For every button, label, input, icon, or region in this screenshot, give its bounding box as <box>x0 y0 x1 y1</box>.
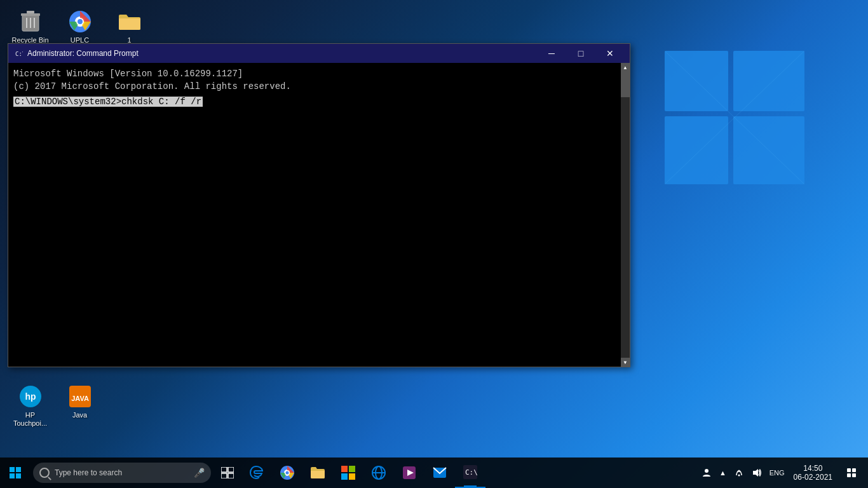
cmd-line-2: (c) 2017 Microsoft Corporation. All righ… <box>13 81 625 93</box>
search-box[interactable]: Type here to search 🎤 <box>33 463 211 483</box>
cmd-line-1: Microsoft Windows [Version 10.0.16299.11… <box>13 68 625 81</box>
svg-point-33 <box>286 471 289 475</box>
task-view-button[interactable] <box>214 458 241 488</box>
notification-center-button[interactable] <box>837 458 865 488</box>
desktop-icon-recycle-bin[interactable]: Recycle Bin <box>6 6 54 47</box>
taskbar-app-store[interactable] <box>333 458 363 488</box>
hp-icon: hp <box>18 384 43 409</box>
desktop-icon-hp[interactable]: hp HP Touchpoi... <box>6 381 54 430</box>
desktop-icon-java[interactable]: JAVA Java <box>56 381 104 422</box>
taskbar-app-edge[interactable] <box>241 458 272 488</box>
taskbar-app-mail[interactable] <box>424 458 455 488</box>
svg-text:hp: hp <box>25 391 36 402</box>
taskbar: Type here to search 🎤 <box>0 458 868 488</box>
taskbar-app-chrome[interactable] <box>272 458 302 488</box>
svg-rect-28 <box>221 473 227 478</box>
language-button[interactable]: ENG <box>766 458 789 488</box>
clock-time: 14:50 <box>803 464 822 473</box>
svg-rect-26 <box>221 467 227 472</box>
cmd-titlebar: C:\ Administrator: Command Prompt ─ □ ✕ <box>8 44 630 63</box>
chrome-icon <box>67 9 93 34</box>
svg-rect-23 <box>16 467 21 472</box>
svg-text:JAVA: JAVA <box>71 395 89 402</box>
cmd-maximize-button[interactable]: □ <box>566 44 595 63</box>
svg-point-15 <box>78 19 83 24</box>
taskbar-app-ie[interactable] <box>363 458 394 488</box>
svg-marker-48 <box>753 469 758 477</box>
svg-rect-22 <box>10 467 15 472</box>
taskbar-app-explorer[interactable] <box>302 458 333 488</box>
recycle-bin-icon <box>18 9 43 34</box>
svg-rect-34 <box>341 466 348 472</box>
cmd-minimize-button[interactable]: ─ <box>537 44 566 63</box>
cmd-prompt-text: C:\WINDOWS\system32>chkdsk C: /f /r <box>13 97 203 107</box>
start-button[interactable] <box>0 458 31 488</box>
cmd-scroll-down[interactable]: ▼ <box>621 358 630 367</box>
svg-rect-25 <box>16 473 21 478</box>
cmd-scroll-up[interactable]: ▲ <box>621 63 630 72</box>
svg-rect-36 <box>341 473 348 480</box>
svg-rect-8 <box>27 11 34 13</box>
svg-rect-29 <box>228 473 234 478</box>
svg-rect-51 <box>847 473 851 477</box>
svg-text:C:\: C:\ <box>15 51 23 57</box>
system-tray: ▲ ENG 14:50 <box>695 458 868 488</box>
taskbar-app-stream[interactable] <box>394 458 424 488</box>
taskbar-pinned-apps: C:\ <box>241 458 485 488</box>
desktop-icon-folder[interactable]: 1 <box>105 6 153 47</box>
cmd-scrollbar[interactable]: ▲ ▼ <box>621 63 630 367</box>
java-icon: JAVA <box>67 384 93 409</box>
svg-rect-50 <box>852 468 856 472</box>
svg-rect-35 <box>349 466 355 472</box>
cmd-input-line: C:\WINDOWS\system32>chkdsk C: /f /r <box>13 97 625 107</box>
search-placeholder: Type here to search <box>55 468 122 477</box>
cmd-icon: C:\ <box>13 48 24 58</box>
volume-icon-button[interactable] <box>748 458 766 488</box>
search-icon <box>39 468 50 478</box>
svg-rect-24 <box>10 473 15 478</box>
microphone-icon[interactable]: 🎤 <box>194 468 205 478</box>
taskbar-app-cmd[interactable]: C:\ <box>455 458 485 488</box>
show-hidden-button[interactable]: ▲ <box>715 458 730 488</box>
svg-rect-52 <box>852 473 856 477</box>
svg-rect-7 <box>21 13 40 16</box>
desktop: Recycle Bin UPLC <box>0 0 868 488</box>
svg-point-47 <box>738 475 740 477</box>
cmd-title: Administrator: Command Prompt <box>27 49 537 58</box>
cmd-controls: ─ □ ✕ <box>537 44 625 63</box>
clock[interactable]: 14:50 06-02-2021 <box>789 458 837 488</box>
hp-label: HP Touchpoi... <box>9 411 51 428</box>
java-label: Java <box>72 411 87 419</box>
cmd-content[interactable]: Microsoft Windows [Version 10.0.16299.11… <box>8 63 630 367</box>
people-icon-button[interactable] <box>698 458 715 488</box>
cmd-scroll-track[interactable] <box>621 72 630 358</box>
cmd-close-button[interactable]: ✕ <box>595 44 625 63</box>
svg-text:C:\: C:\ <box>465 468 478 477</box>
svg-rect-27 <box>228 467 234 472</box>
folder-icon <box>117 9 142 34</box>
network-icon-button[interactable] <box>730 458 748 488</box>
svg-point-46 <box>705 469 709 473</box>
svg-rect-49 <box>847 468 851 472</box>
cmd-window: C:\ Administrator: Command Prompt ─ □ ✕ … <box>8 43 630 367</box>
svg-rect-37 <box>349 473 355 480</box>
clock-date: 06-02-2021 <box>794 473 832 482</box>
cmd-scroll-thumb[interactable] <box>621 72 630 97</box>
desktop-icon-chrome[interactable]: UPLC <box>56 6 104 47</box>
